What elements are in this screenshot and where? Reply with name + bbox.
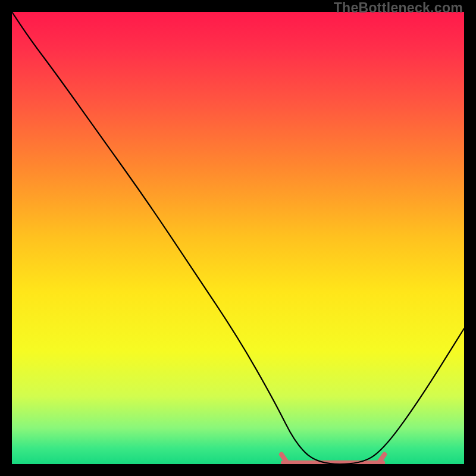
bottleneck-chart xyxy=(12,12,464,464)
gradient-background xyxy=(12,12,464,464)
watermark-text: TheBottleneck.com xyxy=(334,0,463,16)
